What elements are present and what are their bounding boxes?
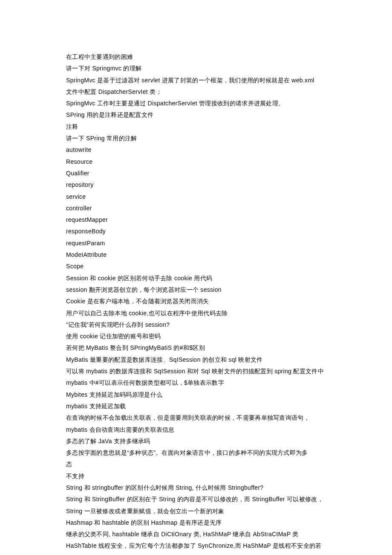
text-line: 多态的了解 JaVa 支持多继承吗 (66, 436, 326, 447)
text-line: 可以将 mybatis 的数据库连接和 SqISession 和对 Sql 映射… (66, 366, 326, 377)
text-line: Resource (66, 156, 326, 168)
text-line: mybatis 中#可以表示任何数据类型都可以，$单独表示数字 (66, 377, 326, 389)
text-line: SpringMvc 工作时主要是通过 DispatcherServIet 管理接… (66, 98, 326, 109)
text-line: “记住我”若何实现吧什么存到 session? (66, 319, 326, 331)
text-line: Scope (66, 261, 326, 272)
text-line: Session 和 cookie 的区别若何动手去除 cookie 用代码 (66, 273, 326, 284)
text-line: String 和 stringbuffer 的区别什么时候用 String, 什… (66, 482, 326, 494)
text-line: HaShTabIe 线程安全，应为它每个方法都参加了 SynChronize,而… (66, 540, 326, 555)
text-line: String 一旦被修改或者重新赋值，就会创立出一个新的对象 (66, 506, 326, 517)
text-line: Qualifier (66, 168, 326, 179)
text-line: 多态按字面的意思就是“多种状态”。在面向对象语言中，接口的多种不同的实现方式即为… (66, 447, 326, 459)
text-line: mybatis 支持延迟加载 (66, 401, 326, 412)
text-line: responseBody (66, 226, 326, 237)
text-line: 注释 (66, 121, 326, 133)
text-line: ModeIAttribute (66, 249, 326, 261)
text-line: 用户可以自己去除本地 cookie,也可以在程序中使用代码去除 (66, 308, 326, 319)
text-line: 使用 cookie 记住加密的账号和密码 (66, 331, 326, 342)
text-line: Mybites 支持延迟加码吗原理是什么 (66, 389, 326, 401)
text-line: 若何把 MyBatis 整合到 SPringMyBatiS 的#和$区别 (66, 342, 326, 354)
text-line: controller (66, 203, 326, 214)
text-line: mybatis 会自动查询出需要的关联表信息 (66, 424, 326, 436)
text-line: 讲一下对 Springmvc 的理解 (66, 63, 326, 74)
text-line: service (66, 191, 326, 203)
text-line: String 和 StringBuffer 的区别在于 String 的内容是不… (66, 494, 326, 505)
text-line: MyBatis 最重要的配置是数据库连接、SqISession 的创立和 sql… (66, 354, 326, 366)
text-line: session 翻开浏览器创立的，每个浏览器对应一个 session (66, 284, 326, 296)
text-line: SPring 用的是注释还是配置文件 (66, 109, 326, 121)
document-body: 在工程中主要遇到的困难讲一下对 Springmvc 的理解SpringMvc 是… (66, 51, 326, 555)
text-line: autowrite (66, 144, 326, 156)
text-line: SpringMvc 是基于过滤器对 servlet 进展了封装的一个框架，我们使… (66, 75, 326, 86)
text-line: 不支持 (66, 471, 326, 482)
text-line: Hashmap 和 hashtable 的区别 Hashmap 是有序还是无序 (66, 517, 326, 529)
text-line: 继承的父类不同, hashtable 继承自 DiCtiOnary 类, HaS… (66, 529, 326, 540)
text-line: Cookie 是在客户端本地，不会随着浏览器关闭而消失 (66, 296, 326, 307)
text-line: 在工程中主要遇到的困难 (66, 51, 326, 63)
text-line: 态 (66, 459, 326, 470)
text-line: 在查询的时候不会加载出关联表，但是需要用到关联表的时候，不需要再单独写查询语句， (66, 412, 326, 424)
text-line: requestParam (66, 238, 326, 249)
text-line: 文件中配置 DispatcherServIet 类； (66, 86, 326, 98)
text-line: requestMapper (66, 214, 326, 226)
text-line: repository (66, 179, 326, 191)
text-line: 讲一下 SPring 常用的注解 (66, 133, 326, 144)
